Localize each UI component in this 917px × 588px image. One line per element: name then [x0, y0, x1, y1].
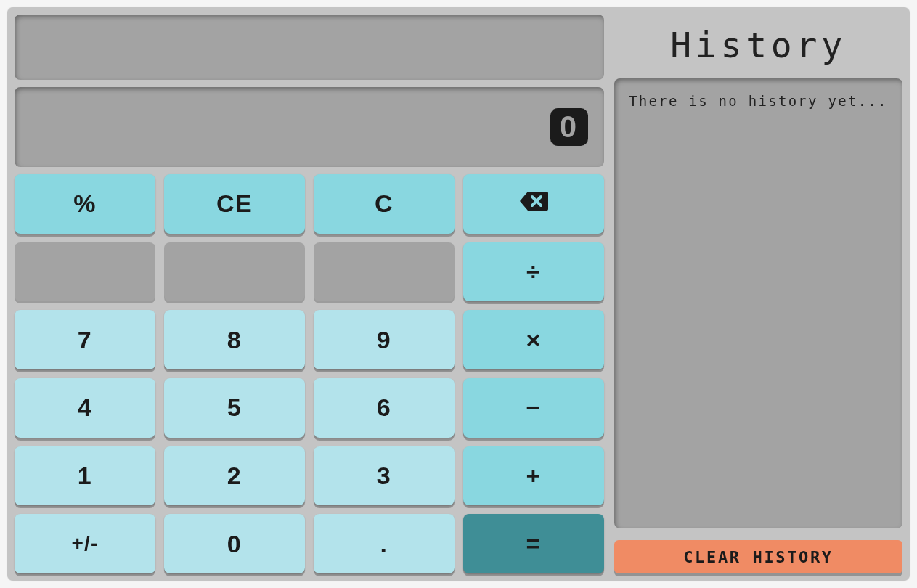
backspace-button[interactable]: [463, 174, 604, 234]
digit-5-button[interactable]: 5: [164, 378, 305, 438]
clear-history-button[interactable]: CLEAR HISTORY: [614, 540, 902, 573]
inactive-button-2: [164, 242, 305, 302]
digit-9-button[interactable]: 9: [314, 310, 455, 369]
keypad: % CE C ÷ 7 8 9 × 4 5: [15, 174, 604, 573]
history-column: History There is no history yet... CLEAR…: [614, 15, 902, 573]
digit-6-button[interactable]: 6: [314, 378, 455, 438]
clear-entry-button[interactable]: CE: [164, 174, 305, 234]
calculator-column: 0 % CE C ÷ 7 8 9: [15, 15, 604, 573]
plus-button[interactable]: +: [463, 446, 604, 506]
digit-7-button[interactable]: 7: [15, 310, 155, 369]
backspace-icon: [519, 189, 548, 218]
negate-button[interactable]: +/-: [15, 514, 155, 573]
digit-1-button[interactable]: 1: [15, 446, 155, 506]
digit-8-button[interactable]: 8: [164, 310, 305, 369]
inactive-button-3: [314, 242, 455, 302]
history-list: There is no history yet...: [614, 78, 902, 528]
divide-button[interactable]: ÷: [463, 242, 604, 302]
percent-button[interactable]: %: [15, 174, 155, 234]
inactive-button-1: [15, 242, 155, 302]
history-empty-text: There is no history yet...: [627, 93, 889, 109]
expression-display: [15, 15, 604, 80]
equals-button[interactable]: =: [463, 514, 604, 573]
calculator-app: 0 % CE C ÷ 7 8 9: [7, 7, 910, 581]
clear-button[interactable]: C: [314, 174, 455, 234]
digit-2-button[interactable]: 2: [164, 446, 305, 506]
main-value: 0: [550, 108, 588, 146]
minus-button[interactable]: −: [463, 378, 604, 438]
decimal-button[interactable]: .: [314, 514, 455, 573]
digit-0-button[interactable]: 0: [164, 514, 305, 573]
history-title: History: [614, 25, 902, 65]
multiply-button[interactable]: ×: [463, 310, 604, 369]
main-display: 0: [15, 87, 604, 167]
digit-3-button[interactable]: 3: [314, 446, 455, 506]
digit-4-button[interactable]: 4: [15, 378, 155, 438]
